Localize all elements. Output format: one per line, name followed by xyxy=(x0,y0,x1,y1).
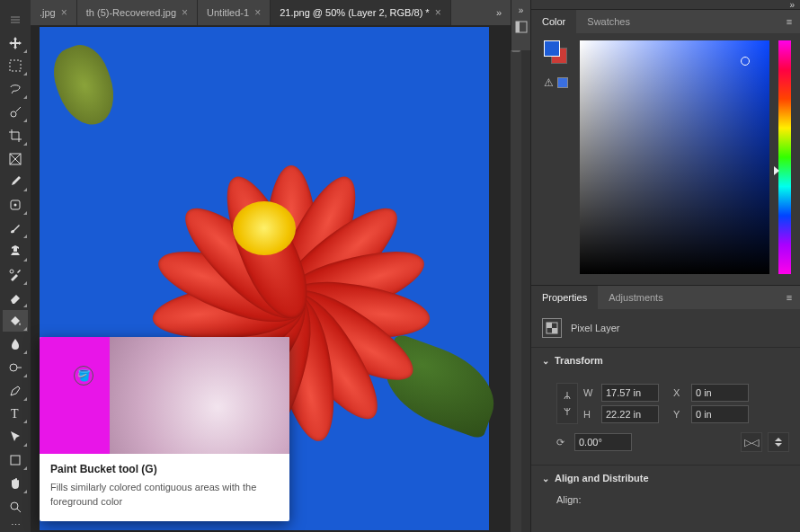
svg-point-9 xyxy=(14,204,17,207)
close-icon[interactable]: × xyxy=(254,6,261,19)
chevron-down-icon: ⌄ xyxy=(542,356,549,366)
chevron-down-icon: ⌄ xyxy=(542,474,549,483)
flip-vertical-button[interactable] xyxy=(768,432,789,452)
warning-icon: ⚠ xyxy=(544,76,554,89)
dock-expand[interactable]: » xyxy=(519,5,524,15)
crop-tool[interactable] xyxy=(3,125,28,146)
close-icon[interactable]: × xyxy=(182,6,188,19)
drag-handle xyxy=(3,9,28,31)
document-tab[interactable]: .jpg× xyxy=(31,0,77,25)
rotation-field[interactable] xyxy=(574,433,632,451)
panel-menu-icon[interactable]: ≡ xyxy=(778,286,800,309)
tooltip-preview: 🪣 xyxy=(40,337,289,454)
dock-icon[interactable] xyxy=(515,21,528,33)
angle-icon: ⟳ xyxy=(556,437,569,448)
tab-label: Untitled-1 xyxy=(207,7,249,18)
tab-adjustments[interactable]: Adjustments xyxy=(598,286,674,309)
svg-point-11 xyxy=(10,364,17,371)
toolbar-more[interactable]: ⋯ xyxy=(3,519,28,532)
properties-panel: Properties Adjustments ≡ Pixel Layer ⌄ T… xyxy=(531,285,800,514)
right-panels: » Color Swatches ≡ ⚠ xyxy=(530,0,800,532)
out-of-gamut-warning[interactable]: ⚠ xyxy=(544,76,568,89)
x-field[interactable] xyxy=(691,384,749,402)
tab-label: th (5)-Recovered.jpg xyxy=(86,7,176,18)
frame-tool[interactable] xyxy=(3,148,28,170)
fg-bg-swatch[interactable] xyxy=(544,40,567,64)
svg-point-10 xyxy=(10,270,13,273)
layer-type-label: Pixel Layer xyxy=(571,323,619,333)
path-select-tool[interactable] xyxy=(3,426,28,448)
nearest-color[interactable] xyxy=(557,77,568,88)
quick-select-tool[interactable] xyxy=(3,102,28,123)
tooltip-description: Fills similarly colored contiguous areas… xyxy=(50,481,279,509)
label-h: H xyxy=(583,409,596,420)
document-tab[interactable]: 21.png @ 50% (Layer 2, RGB/8) *× xyxy=(271,0,451,25)
svg-rect-3 xyxy=(10,60,21,71)
panel-menu-icon[interactable]: ≡ xyxy=(778,10,800,33)
pixel-layer-icon xyxy=(542,318,562,338)
color-field[interactable] xyxy=(580,40,769,274)
panel-collapse[interactable]: » xyxy=(789,0,795,10)
document-tabs: .jpg× th (5)-Recovered.jpg× Untitled-1× … xyxy=(31,0,511,25)
bucket-cursor-icon: 🪣 xyxy=(74,366,93,386)
lasso-tool[interactable] xyxy=(3,78,28,100)
label-y: Y xyxy=(673,409,686,420)
hue-slider[interactable] xyxy=(778,40,791,274)
section-align[interactable]: ⌄ Align and Distribute xyxy=(531,466,800,491)
dodge-tool[interactable] xyxy=(3,357,28,378)
height-field[interactable] xyxy=(601,405,659,423)
svg-point-4 xyxy=(11,111,16,117)
move-tool[interactable] xyxy=(3,32,28,54)
tab-label: .jpg xyxy=(40,7,56,18)
tool-tooltip: 🪣 Paint Bucket tool (G) Fills similarly … xyxy=(40,337,289,521)
hue-pointer xyxy=(774,166,779,175)
flip-horizontal-button[interactable]: ▷◁ xyxy=(741,432,762,452)
tooltip-title: Paint Bucket tool (G) xyxy=(50,463,279,475)
svg-rect-18 xyxy=(547,323,552,328)
tab-color[interactable]: Color xyxy=(531,10,576,33)
shape-tool[interactable] xyxy=(3,449,28,471)
color-panel: Color Swatches ≡ ⚠ xyxy=(531,9,800,285)
brush-tool[interactable] xyxy=(3,217,28,239)
document-tab[interactable]: Untitled-1× xyxy=(198,0,271,25)
close-icon[interactable]: × xyxy=(435,6,441,19)
svg-point-14 xyxy=(11,502,18,510)
width-field[interactable] xyxy=(601,384,659,402)
svg-rect-16 xyxy=(516,22,520,32)
svg-rect-19 xyxy=(552,328,557,333)
hand-tool[interactable] xyxy=(3,473,28,494)
clone-stamp-tool[interactable] xyxy=(3,241,28,262)
y-field[interactable] xyxy=(691,405,749,423)
eraser-tool[interactable] xyxy=(3,288,28,309)
tab-properties[interactable]: Properties xyxy=(531,286,598,309)
close-icon[interactable]: × xyxy=(61,6,67,19)
document-tab[interactable]: th (5)-Recovered.jpg× xyxy=(77,0,198,25)
align-label: Align: xyxy=(556,494,582,505)
history-brush-tool[interactable] xyxy=(3,264,28,286)
svg-text:T: T xyxy=(11,407,19,421)
type-tool[interactable]: T xyxy=(3,403,28,425)
tab-swatches[interactable]: Swatches xyxy=(576,10,641,33)
zoom-tool[interactable] xyxy=(3,496,28,518)
marquee-tool[interactable] xyxy=(3,56,28,77)
eyedropper-tool[interactable] xyxy=(3,172,28,193)
link-dimensions-button[interactable] xyxy=(556,383,578,424)
section-transform[interactable]: ⌄ Transform xyxy=(531,348,800,373)
pen-tool[interactable] xyxy=(3,380,28,402)
flower-bud xyxy=(45,38,123,132)
label-w: W xyxy=(583,387,596,398)
section-title: Align and Distribute xyxy=(555,473,649,483)
healing-brush-tool[interactable] xyxy=(3,194,28,216)
foreground-color[interactable] xyxy=(544,40,560,57)
section-title: Transform xyxy=(555,355,603,366)
tabs-overflow[interactable]: » xyxy=(487,0,511,25)
paint-bucket-tool[interactable] xyxy=(3,310,28,332)
vertical-scrollbar[interactable] xyxy=(511,25,521,532)
svg-rect-13 xyxy=(11,456,20,465)
left-toolbar: T ⋯ xyxy=(0,7,31,532)
label-x: X xyxy=(673,387,686,398)
tab-label: 21.png @ 50% (Layer 2, RGB/8) * xyxy=(280,7,429,18)
color-picker-cursor xyxy=(741,57,750,66)
blur-tool[interactable] xyxy=(3,333,28,355)
collapsed-panel-dock: » xyxy=(511,0,530,50)
